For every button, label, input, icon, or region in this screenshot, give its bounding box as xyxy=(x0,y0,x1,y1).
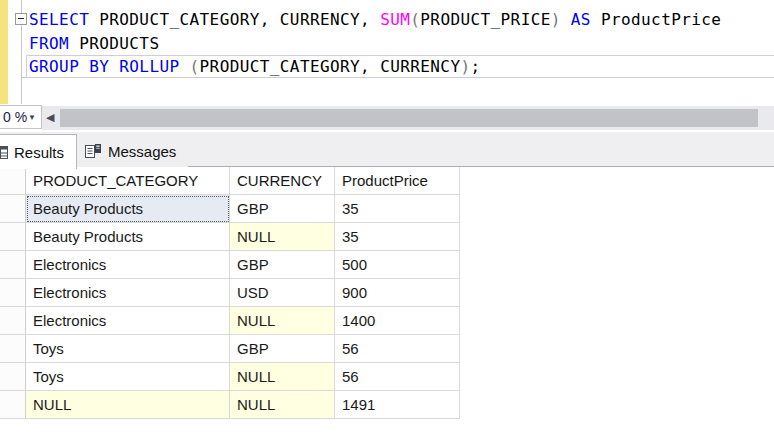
grid-cell[interactable]: Electronics xyxy=(26,307,230,335)
results-tabstrip: Results Messages xyxy=(0,132,774,167)
sql-paren: ) xyxy=(551,10,561,29)
change-tracking-bar xyxy=(0,0,8,104)
corner-header-cell[interactable] xyxy=(0,167,26,195)
tab-label: Messages xyxy=(108,143,176,160)
tab-label: Results xyxy=(14,144,64,161)
collapse-toggle[interactable] xyxy=(15,13,27,25)
grid-cell[interactable]: 35 xyxy=(335,195,460,223)
results-grid-icon xyxy=(0,145,8,160)
column-header-currency[interactable]: CURRENCY xyxy=(230,167,335,195)
grid-cell[interactable]: GBP xyxy=(230,195,335,223)
column-header-product-category[interactable]: PRODUCT_CATEGORY xyxy=(26,167,230,195)
sql-keyword: GROUP BY ROLLUP xyxy=(29,57,190,76)
sql-identifier: PRODUCTS xyxy=(79,34,159,53)
code-line-2[interactable]: FROM PRODUCTS xyxy=(29,32,721,56)
chevron-down-icon: ▼ xyxy=(28,113,36,122)
grid-cell-selected[interactable]: Beauty Products xyxy=(26,195,230,223)
triangle-left-icon[interactable]: ◀ xyxy=(46,111,54,124)
row-header-cell[interactable] xyxy=(0,391,26,419)
grid-cell[interactable]: 56 xyxy=(335,335,460,363)
grid-cell[interactable]: 1400 xyxy=(335,307,460,335)
grid-cell[interactable]: Electronics xyxy=(26,251,230,279)
grid-cell-null[interactable]: NULL xyxy=(230,391,335,419)
results-grid: PRODUCT_CATEGORY CURRENCY ProductPrice B… xyxy=(0,167,774,419)
grid-cell[interactable]: Toys xyxy=(26,335,230,363)
sql-identifier: ProductPrice xyxy=(601,10,721,29)
sql-identifier: ; xyxy=(470,57,480,76)
row-header-cell[interactable] xyxy=(0,195,26,223)
zoom-value: 0 % xyxy=(3,109,27,125)
sql-keyword: SELECT xyxy=(29,10,99,29)
code-line-1[interactable]: SELECT PRODUCT_CATEGORY, CURRENCY, SUM(P… xyxy=(29,8,721,32)
screen: SELECT PRODUCT_CATEGORY, CURRENCY, SUM(P… xyxy=(0,0,774,436)
row-header-cell[interactable] xyxy=(0,363,26,391)
sql-identifier: PRODUCT_CATEGORY, CURRENCY xyxy=(200,57,461,76)
minus-icon xyxy=(18,18,24,19)
grid-cell[interactable]: Beauty Products xyxy=(26,223,230,251)
table-row: Toys NULL 56 xyxy=(0,363,774,391)
grid-cell[interactable]: GBP xyxy=(230,251,335,279)
table-row: Electronics GBP 500 xyxy=(0,251,774,279)
sql-keyword: FROM xyxy=(29,34,79,53)
grid-cell[interactable]: 35 xyxy=(335,223,460,251)
grid-cell[interactable]: Toys xyxy=(26,363,230,391)
sql-identifier: PRODUCT_CATEGORY, CURRENCY, xyxy=(99,10,380,29)
sql-editor[interactable]: SELECT PRODUCT_CATEGORY, CURRENCY, SUM(P… xyxy=(0,0,774,105)
code-line-3[interactable]: GROUP BY ROLLUP (PRODUCT_CATEGORY, CURRE… xyxy=(29,55,721,79)
grid-cell[interactable]: GBP xyxy=(230,335,335,363)
table-row: Beauty Products GBP 35 xyxy=(0,195,774,223)
sql-paren: ( xyxy=(190,57,200,76)
row-header-cell[interactable] xyxy=(0,335,26,363)
tab-messages[interactable]: Messages xyxy=(76,136,188,167)
sql-paren: ) xyxy=(460,57,470,76)
row-header-cell[interactable] xyxy=(0,279,26,307)
messages-icon xyxy=(84,143,102,160)
row-header-cell[interactable] xyxy=(0,223,26,251)
sql-function: SUM xyxy=(380,10,410,29)
tab-results[interactable]: Results xyxy=(0,134,77,169)
sql-keyword: AS xyxy=(561,10,601,29)
table-row: Beauty Products NULL 35 xyxy=(0,223,774,251)
code-area[interactable]: SELECT PRODUCT_CATEGORY, CURRENCY, SUM(P… xyxy=(29,8,721,79)
grid-cell[interactable]: USD xyxy=(230,279,335,307)
grid-cell-null[interactable]: NULL xyxy=(230,223,335,251)
grid-cell[interactable]: 900 xyxy=(335,279,460,307)
grid-cell[interactable]: 500 xyxy=(335,251,460,279)
grid-cell-null[interactable]: NULL xyxy=(26,391,230,419)
sql-paren: ( xyxy=(410,10,420,29)
table-row: Electronics USD 900 xyxy=(0,279,774,307)
editor-hscroll-row: 0 % ▼ ◀ xyxy=(0,104,774,132)
table-row: NULL NULL 1491 xyxy=(0,391,774,419)
hscrollbar-thumb[interactable] xyxy=(60,109,758,127)
grid-cell[interactable]: 56 xyxy=(335,363,460,391)
header-row: PRODUCT_CATEGORY CURRENCY ProductPrice xyxy=(0,167,774,195)
zoom-combobox[interactable]: 0 % ▼ xyxy=(0,105,42,129)
grid-cell[interactable]: 1491 xyxy=(335,391,460,419)
grid-cell-null[interactable]: NULL xyxy=(230,307,335,335)
row-header-cell[interactable] xyxy=(0,251,26,279)
grid-cell[interactable]: Electronics xyxy=(26,279,230,307)
column-header-productprice[interactable]: ProductPrice xyxy=(335,167,460,195)
table-row: Toys GBP 56 xyxy=(0,335,774,363)
sql-identifier: PRODUCT_PRICE xyxy=(420,10,550,29)
table-row: Electronics NULL 1400 xyxy=(0,307,774,335)
row-header-cell[interactable] xyxy=(0,307,26,335)
grid-cell-null[interactable]: NULL xyxy=(230,363,335,391)
hscrollbar-track[interactable]: ◀ xyxy=(42,106,774,130)
